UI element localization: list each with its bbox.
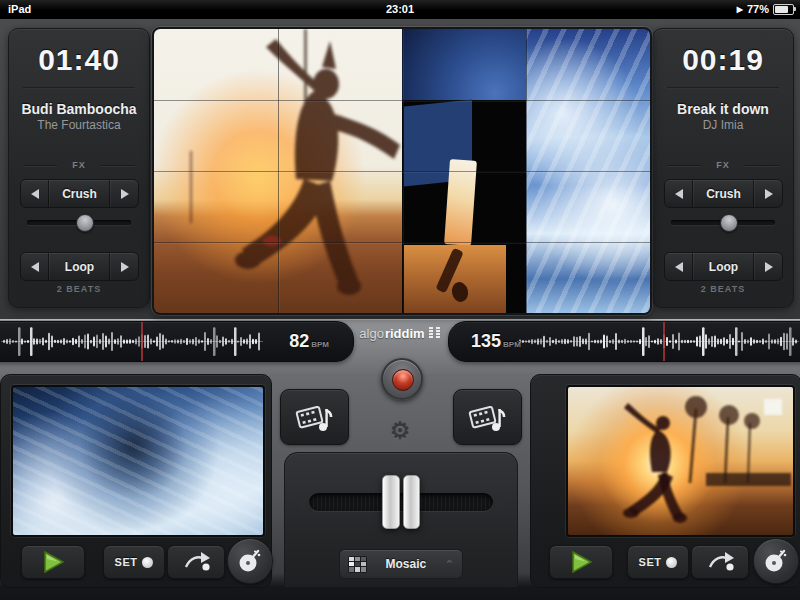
logo-bold-text: riddim: [385, 326, 425, 341]
play-button[interactable]: [549, 545, 613, 579]
waveform-graph: [517, 324, 799, 359]
crossfader-left-arrow-icon: [294, 495, 305, 511]
main-video-display[interactable]: [152, 27, 652, 315]
divider: [667, 87, 779, 89]
turntable-icon: [237, 548, 263, 574]
bottom-deck-right: SET: [530, 374, 800, 588]
loop-longer-button[interactable]: [110, 253, 138, 280]
elapsed-time: 01:40: [9, 43, 149, 77]
curved-arrow-icon: [180, 550, 212, 574]
bottom-deck-left: SET: [0, 374, 272, 588]
battery-percent: 77%: [747, 3, 769, 15]
fx-next-button[interactable]: [754, 180, 782, 207]
set-label: SET: [639, 556, 662, 568]
loop-shorter-button[interactable]: [665, 253, 693, 280]
mosaic-grid-icon: [348, 556, 367, 573]
video-thumbnail-sunset[interactable]: [566, 385, 795, 537]
waveform-graph: [1, 324, 263, 359]
jump-to-cue-button[interactable]: [691, 545, 749, 579]
slider-knob[interactable]: [76, 214, 94, 232]
deck-right-panel: 00:19 Break it down DJ Imia FX Crush Loo…: [652, 28, 794, 308]
bpm-value: 82: [289, 331, 309, 351]
media-library-button-right[interactable]: [453, 389, 522, 445]
fx-amount-slider[interactable]: [27, 213, 131, 231]
waveform-left[interactable]: 82BPM: [0, 321, 354, 362]
bpm-unit: BPM: [311, 340, 329, 349]
waveform-right[interactable]: 135BPM: [448, 321, 800, 362]
loop-beats-label: 2 BEATS: [9, 284, 149, 294]
loop-shorter-button[interactable]: [21, 253, 49, 280]
fx-selector[interactable]: Crush: [20, 179, 139, 208]
fx-prev-button[interactable]: [21, 180, 49, 207]
mixer-console: Mosaic ⌃: [284, 452, 518, 587]
elapsed-time: 00:19: [653, 43, 793, 77]
jump-to-cue-button[interactable]: [167, 545, 225, 579]
status-right-group: ▶ 77%: [737, 3, 794, 15]
left-arrow-icon: [31, 262, 39, 272]
record-dot-icon: [392, 369, 414, 391]
deck-left-panel: 01:40 Budi Bamboocha The Fourtastica FX …: [8, 28, 150, 308]
equalizer-icon: [429, 327, 441, 340]
transition-selector-button[interactable]: Mosaic ⌃: [339, 549, 463, 579]
algoriddim-logo: algoriddim: [320, 325, 480, 341]
clock: 23:01: [0, 3, 800, 15]
right-arrow-icon: [765, 262, 773, 272]
vjay-dj-app: iPad 23:01 ▶ 77% 01:40 Budi Bamboocha Th…: [0, 0, 800, 600]
turntable-icon: [763, 548, 789, 574]
right-arrow-icon: [765, 189, 773, 199]
fx-section-label: FX: [9, 160, 149, 170]
status-bar: iPad 23:01 ▶ 77%: [0, 0, 800, 19]
mosaic-tile-blue: [402, 29, 526, 100]
set-cue-button[interactable]: SET: [103, 545, 165, 579]
crossfader-knob[interactable]: [382, 475, 420, 529]
chevron-up-icon: ⌃: [445, 558, 454, 571]
loop-selector[interactable]: Loop: [664, 252, 783, 281]
track-artist: DJ Imia: [657, 118, 789, 132]
transition-selected-value: Mosaic: [367, 557, 445, 571]
play-icon: [569, 550, 593, 574]
set-cue-button[interactable]: SET: [627, 545, 689, 579]
cue-dot-icon: [666, 557, 677, 568]
sunset-scene-silhouettes: [568, 387, 793, 535]
loop-longer-button[interactable]: [754, 253, 782, 280]
left-arrow-icon: [675, 189, 683, 199]
fx-amount-slider[interactable]: [671, 213, 775, 231]
video-thumbnail-water[interactable]: [11, 385, 265, 537]
fx-prev-button[interactable]: [665, 180, 693, 207]
divider: [23, 87, 135, 89]
turntable-scratch-button[interactable]: [227, 538, 273, 584]
loop-selected-value: Loop: [693, 260, 754, 274]
crossfader-right-arrow-icon: [497, 495, 508, 511]
battery-icon: [773, 4, 794, 15]
left-arrow-icon: [31, 189, 39, 199]
fx-selected-value: Crush: [693, 187, 754, 201]
slider-knob[interactable]: [720, 214, 738, 232]
loop-selector[interactable]: Loop: [20, 252, 139, 281]
play-indicator-icon: ▶: [737, 5, 743, 14]
fx-section-label: FX: [653, 160, 793, 170]
fx-selector[interactable]: Crush: [664, 179, 783, 208]
logo-light-text: algo: [359, 326, 384, 341]
cue-dot-icon: [142, 557, 153, 568]
play-button[interactable]: [21, 545, 85, 579]
grid-line: [154, 100, 650, 101]
turntable-scratch-button[interactable]: [753, 538, 799, 584]
loop-selected-value: Loop: [49, 260, 110, 274]
fx-selected-value: Crush: [49, 187, 110, 201]
playhead-marker: [141, 322, 143, 361]
loop-beats-label: 2 BEATS: [653, 284, 793, 294]
curved-arrow-icon: [704, 550, 736, 574]
film-music-note-icon: [467, 399, 509, 435]
grid-line: [154, 242, 650, 243]
record-button[interactable]: [381, 358, 423, 400]
fx-next-button[interactable]: [110, 180, 138, 207]
film-music-note-icon: [294, 399, 336, 435]
settings-gear-icon[interactable]: ⚙: [387, 418, 413, 444]
right-arrow-icon: [121, 189, 129, 199]
track-title: Break it down: [657, 101, 789, 117]
media-library-button-left[interactable]: [280, 389, 349, 445]
bpm-unit: BPM: [503, 340, 521, 349]
left-arrow-icon: [675, 262, 683, 272]
playhead-marker: [663, 322, 665, 361]
set-label: SET: [115, 556, 138, 568]
